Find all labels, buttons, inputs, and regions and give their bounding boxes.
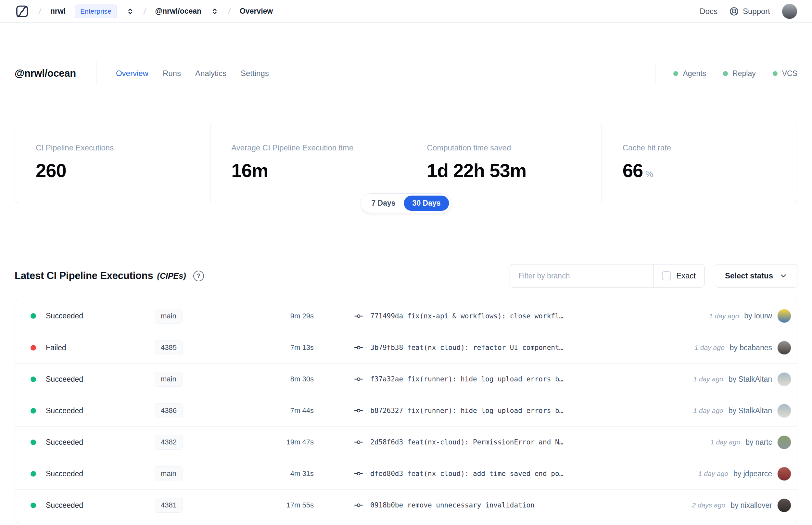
commit-message: 2d58f6d3 feat(nx-cloud): PermissionError…	[370, 438, 563, 446]
author: by nartc	[746, 438, 772, 447]
status-label: Succeeded	[46, 501, 155, 510]
breadcrumb-org[interactable]: nrwl	[50, 7, 66, 16]
stat-ci-pipeline-executions: CI Pipeline Executions 260	[15, 123, 210, 203]
exact-checkbox[interactable]	[662, 271, 671, 280]
author: by StalkAltan	[729, 375, 772, 384]
enterprise-badge: Enterprise	[75, 4, 117, 18]
status-indicators: Agents Replay VCS	[673, 69, 797, 78]
cipe-title: Latest CI Pipeline Executions	[15, 270, 153, 282]
stat-label: Cache hit rate	[623, 143, 797, 152]
divider	[655, 63, 656, 84]
cipe-table: Succeeded main 9m 29s 771499da fix(nx-ap…	[15, 300, 797, 523]
green-dot-icon	[773, 71, 778, 76]
date-range-toggle: 7 Days 30 Days	[361, 193, 451, 213]
author-avatar[interactable]	[777, 467, 791, 481]
indicator-label: Agents	[683, 69, 706, 78]
branch-cell: 4382	[155, 435, 262, 450]
indicator-agents[interactable]: Agents	[673, 69, 706, 78]
author-avatar[interactable]	[777, 341, 791, 355]
cipe-row[interactable]: Succeeded main 8m 30s f37a32ae fix(runne…	[15, 363, 797, 395]
status-label: Succeeded	[46, 375, 155, 384]
stat-label: Computation time saved	[427, 143, 601, 152]
duration: 19m 47s	[262, 438, 314, 446]
org-switcher-chevrons-icon[interactable]	[126, 7, 135, 16]
branch-badge: main	[155, 372, 183, 387]
branch-badge: 4382	[155, 435, 183, 450]
breadcrumb-workspace[interactable]: @nrwl/ocean	[155, 7, 202, 16]
tab-runs[interactable]: Runs	[163, 69, 181, 78]
author-avatar[interactable]	[777, 404, 791, 418]
cipe-row[interactable]: Succeeded 4382 19m 47s 2d58f6d3 feat(nx-…	[15, 426, 797, 458]
workspace-switcher-chevrons-icon[interactable]	[211, 7, 219, 16]
topbar-actions: Docs Support	[700, 3, 797, 19]
status-select-dropdown[interactable]: Select status	[715, 264, 797, 287]
author-avatar[interactable]	[777, 309, 791, 323]
duration: 9m 29s	[262, 312, 314, 320]
time-ago: 1 day ago	[710, 438, 740, 446]
cipe-filters: Exact Select status	[510, 264, 797, 287]
nx-cloud-logo-icon[interactable]	[15, 4, 30, 19]
indicator-replay[interactable]: Replay	[723, 69, 756, 78]
stat-computation-time-saved: Computation time saved 1d 22h 53m	[406, 123, 601, 203]
author-avatar[interactable]	[777, 435, 791, 449]
cipe-row[interactable]: Succeeded main 4m 31s dfed80d3 feat(nx-c…	[15, 458, 797, 489]
branch-badge: main	[155, 309, 183, 324]
author: by nixallover	[731, 501, 772, 510]
status-label: Succeeded	[46, 406, 155, 415]
git-commit-icon	[354, 438, 363, 447]
user-avatar[interactable]	[782, 3, 797, 19]
author: by jdpearce	[733, 469, 772, 478]
indicator-vcs[interactable]: VCS	[773, 69, 797, 78]
branch-badge: main	[155, 466, 183, 481]
breadcrumb-separator: /	[38, 6, 42, 17]
exact-option: Exact	[654, 265, 704, 287]
branch-cell: main	[155, 466, 262, 481]
support-link[interactable]: Support	[729, 6, 770, 16]
commit-cell: 3b79fb38 feat(nx-cloud): refactor UI com…	[354, 343, 688, 352]
duration: 8m 30s	[262, 375, 314, 384]
workspace-title: @nrwl/ocean	[15, 68, 76, 79]
commit-message: f37a32ae fix(runner): hide log upload er…	[370, 375, 563, 383]
breadcrumb-separator: /	[227, 6, 231, 17]
time-ago: 1 day ago	[694, 344, 724, 351]
git-commit-icon	[354, 406, 363, 415]
duration: 7m 44s	[262, 406, 314, 415]
branch-cell: main	[155, 309, 262, 324]
commit-cell: dfed80d3 feat(nx-cloud): add time-saved …	[354, 469, 692, 478]
author: by lourw	[744, 312, 772, 320]
status-dot-icon	[31, 471, 36, 477]
docs-link[interactable]: Docs	[700, 7, 718, 16]
status-label: Succeeded	[46, 312, 155, 320]
commit-message: 771499da fix(nx-api & workflows): close …	[370, 312, 563, 320]
cipe-row[interactable]: Succeeded 4386 7m 44s b8726327 fix(runne…	[15, 395, 797, 426]
tab-analytics[interactable]: Analytics	[195, 69, 226, 78]
indicator-label: VCS	[782, 69, 797, 78]
time-ago: 2 days ago	[692, 501, 725, 509]
range-30-days[interactable]: 30 Days	[404, 196, 449, 211]
author-avatar[interactable]	[777, 372, 791, 386]
git-commit-icon	[354, 312, 363, 321]
commit-cell: 0918b0be remove unnecessary invalidation	[354, 501, 685, 510]
stat-value: 66%	[623, 160, 797, 181]
branch-badge: 4381	[155, 498, 183, 513]
author-avatar[interactable]	[777, 498, 791, 512]
commit-message: dfed80d3 feat(nx-cloud): add time-saved …	[370, 470, 563, 478]
status-label: Failed	[46, 343, 155, 352]
cipe-header: Latest CI Pipeline Executions (CIPEs) ? …	[15, 264, 797, 287]
help-icon[interactable]: ?	[193, 271, 204, 281]
cipe-row[interactable]: Failed 4385 7m 13s 3b79fb38 feat(nx-clou…	[15, 332, 797, 363]
life-buoy-icon	[729, 6, 739, 16]
time-ago: 1 day ago	[709, 312, 739, 320]
range-7-days[interactable]: 7 Days	[363, 196, 404, 211]
commit-cell: f37a32ae fix(runner): hide log upload er…	[354, 375, 687, 384]
tab-overview[interactable]: Overview	[116, 69, 149, 78]
branch-filter-input[interactable]	[510, 265, 653, 287]
cipe-row[interactable]: Succeeded main 9m 29s 771499da fix(nx-ap…	[15, 300, 797, 332]
branch-cell: main	[155, 372, 262, 387]
cipe-row[interactable]: Succeeded 4381 17m 55s 0918b0be remove u…	[15, 489, 797, 521]
row-meta: 1 day ago by StalkAltan	[687, 372, 792, 386]
branch-filter-group: Exact	[510, 264, 704, 287]
author: by bcabanes	[730, 343, 772, 352]
tab-settings[interactable]: Settings	[241, 69, 269, 78]
workspace-header: @nrwl/ocean Overview Runs Analytics Sett…	[0, 58, 812, 89]
